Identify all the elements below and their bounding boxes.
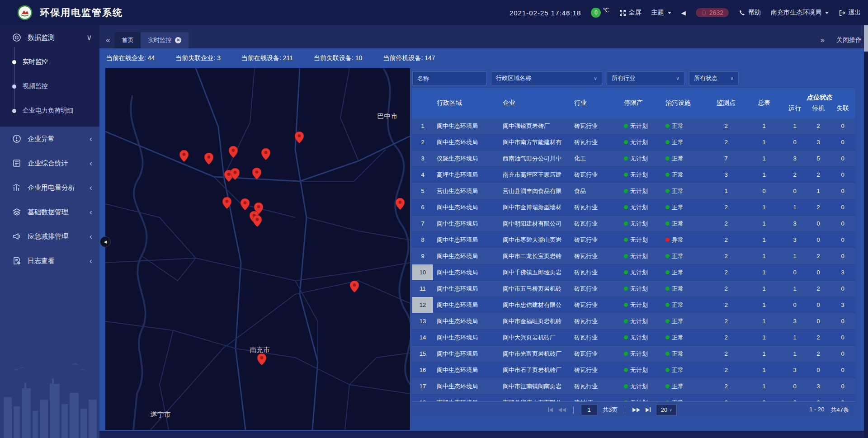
sidebar-item-数据监测[interactable]: 数据监测∨ (0, 25, 99, 50)
industry-select[interactable]: 所有行业∨ (607, 71, 684, 85)
map-pin-icon[interactable] (241, 198, 250, 210)
table-row[interactable]: 10阆中生态环境局阆中千佛镇五郎垭页岩砖瓦行业无计划正常21003 (412, 264, 855, 281)
table-row[interactable]: 8阆中生态环境局阆中市枣碧大梁山页岩砖瓦行业无计划异常21300 (412, 232, 855, 248)
page-last-button[interactable] (646, 407, 651, 412)
monitor-count-cell: 2 (707, 216, 745, 231)
sidebar-item-企业综合统计[interactable]: 企业综合统计‹ (0, 151, 99, 175)
map-pin-icon[interactable] (396, 198, 405, 210)
table-row[interactable]: 13阆中生态环境局阆中市金福旺页岩机砖砖瓦行业无计划正常21300 (412, 313, 855, 330)
map-pin-icon[interactable] (229, 146, 238, 158)
sidebar-subitem-实时监控[interactable]: 实时监控 (0, 50, 99, 74)
sidebar-item-日志查看[interactable]: 日志查看‹ (0, 249, 99, 273)
name-search-input[interactable] (412, 71, 486, 85)
sidebar-item-企业异常[interactable]: 企业异常‹ (0, 127, 99, 151)
status-select[interactable]: 所有状态∨ (689, 71, 739, 85)
scrollbar-thumb[interactable] (864, 25, 868, 52)
col-header-meter: 总表 (745, 88, 783, 118)
facility-status-cell: 正常 (664, 395, 707, 401)
map-pin-icon[interactable] (253, 215, 262, 227)
lost-count-cell: 3 (830, 297, 855, 313)
close-tab-icon[interactable]: ✕ (175, 37, 181, 43)
limit-status-cell: 无计划 (622, 118, 664, 134)
sidebar-item-基础数据管理[interactable]: 基础数据管理‹ (0, 200, 99, 224)
sidebar-subitem-视频监控[interactable]: 视频监控 (0, 74, 99, 99)
fullscreen-button[interactable]: 全屏 (619, 9, 642, 17)
map-pin-icon[interactable] (261, 148, 270, 160)
status-dot (665, 221, 670, 226)
lost-count-cell: 0 (830, 346, 855, 362)
run-count-cell: 3 (783, 151, 807, 166)
map-pin-icon[interactable] (231, 168, 240, 180)
vertical-scrollbar[interactable] (864, 25, 868, 438)
close-operations-button[interactable]: 关闭操作 (836, 36, 862, 44)
region-cell: 阆中生态环境局 (433, 199, 501, 215)
notification-badge[interactable]: 2632 (696, 8, 729, 17)
sidebar-subitem-label: 视频监控 (23, 82, 48, 90)
status-dot (665, 303, 670, 307)
table-row[interactable]: 9阆中生态环境局阆中市二龙长宝页岩砖砖瓦行业无计划正常21120 (412, 248, 855, 264)
table-row[interactable]: 3仪陇生态环境局西南油气田分公司川中化工无计划正常71350 (412, 151, 855, 167)
table-row[interactable]: 17阆中生态环境局阆中市江南镇阆南页岩砖瓦行业无计划正常21030 (412, 378, 855, 395)
org-menu-button[interactable]: 南充市生态环境局 (771, 9, 829, 17)
map-pin-icon[interactable] (252, 168, 261, 179)
lost-count-cell: 0 (830, 362, 855, 378)
tabs-scroll-right-icon[interactable]: » (821, 36, 825, 45)
industry-cell: 砖瓦行业 (572, 281, 622, 297)
limit-status-cell: 无计划 (622, 264, 664, 280)
row-index: 4 (412, 167, 433, 183)
industry-cell: 化工 (572, 151, 622, 166)
page-next-button[interactable] (632, 408, 640, 412)
table-row[interactable]: 15阆中生态环境局阆中市光富页岩机砖厂砖瓦行业无计划正常21120 (412, 346, 855, 362)
table-row[interactable]: 7阆中生态环境局阆中明阳建材有限公司砖瓦行业无计划正常21300 (412, 216, 855, 232)
sidebar-item-应急减排管理[interactable]: 应急减排管理‹ (0, 224, 99, 249)
page-prev-button[interactable] (558, 408, 566, 412)
table-row[interactable]: 1阆中生态环境局阆中强锐页岩砖厂砖瓦行业无计划正常21120 (412, 118, 855, 134)
table-row[interactable]: 18南部生态环境局南部县砌伟水泥有限公建材|工无计划正常60060 (412, 395, 855, 401)
table-row[interactable]: 12阆中生态环境局阆中市忠信建材有限公砖瓦行业无计划正常21003 (412, 297, 855, 313)
page-number-input[interactable]: 1 (581, 404, 597, 415)
logout-button[interactable]: 退出 (839, 9, 861, 17)
page-title: 环保用电监管系统 (40, 6, 123, 19)
meter-count-cell: 1 (745, 199, 783, 215)
page-first-button[interactable] (548, 407, 553, 412)
map-pin-icon[interactable] (204, 153, 213, 165)
map-pin-icon[interactable] (350, 281, 359, 292)
help-button[interactable]: 帮助 (739, 9, 761, 17)
table-row[interactable]: 11阆中生态环境局阆中市五马桥页岩机砖砖瓦行业无计划正常21120 (412, 281, 855, 297)
region-select[interactable]: 行政区域名称∨ (491, 71, 602, 85)
meter-count-cell: 1 (745, 232, 783, 248)
col-header-run: 运行 (783, 104, 807, 113)
table-row[interactable]: 5营山生态环境局营山县润丰肉食品有限食品无计划正常10010 (412, 183, 855, 199)
map-pin-icon[interactable] (222, 197, 231, 209)
table-row[interactable]: 16阆中生态环境局阆中市石子页岩机砖厂砖瓦行业无计划正常21300 (412, 362, 855, 378)
stat-item: 当前失联设备: 10 (314, 54, 362, 62)
gauge-icon (12, 33, 21, 42)
table-row[interactable]: 6阆中生态环境局阆中市金博瑞新型墙材砖瓦行业无计划正常21120 (412, 199, 855, 216)
map-pin-icon[interactable] (179, 150, 189, 162)
tabs-scroll-left-icon[interactable]: « (106, 36, 110, 45)
tab-realtime-monitor[interactable]: 实时监控 ✕ (141, 32, 189, 48)
map-panel[interactable]: 巴中市南充市遂宁市 ◀ (105, 68, 410, 430)
company-cell: 阆中千佛镇五郎垭页岩 (501, 264, 572, 280)
app-header: 环保用电监管系统 2021-02-25 17:46:18 0 ℃ 全屏 主题 ◀… (0, 0, 868, 25)
theme-menu-button[interactable]: 主题 (651, 9, 671, 17)
sidebar-item-企业用电量分析[interactable]: 企业用电量分析‹ (0, 175, 99, 200)
page-size-select[interactable]: 20∨ (656, 404, 677, 415)
table-row[interactable]: 2阆中生态环境局阆中市南方节能建材有砖瓦行业无计划正常21030 (412, 134, 855, 151)
status-dot (624, 140, 628, 144)
tab-home[interactable]: 首页 (114, 32, 141, 48)
mute-speaker-icon[interactable]: ◀ (681, 9, 686, 16)
run-count-cell: 1 (783, 330, 807, 345)
facility-status-cell: 异常 (664, 232, 707, 248)
sidebar-subitem-企业电力负荷明细[interactable]: 企业电力负荷明细 (0, 99, 99, 123)
table-row[interactable]: 4高坪生态环境局南充市高坪区王家店建砖瓦行业无计划正常31220 (412, 167, 855, 183)
region-cell: 高坪生态环境局 (433, 167, 501, 183)
lost-count-cell: 0 (830, 395, 855, 401)
status-dot (624, 156, 628, 160)
region-cell: 阆中生态环境局 (433, 232, 501, 248)
status-dot (624, 287, 628, 291)
map-collapse-button[interactable]: ◀ (100, 236, 111, 247)
table-row[interactable]: 14阆中生态环境局阆中大兴页岩机砖厂砖瓦行业无计划正常21120 (412, 330, 855, 346)
map-pin-icon[interactable] (295, 132, 304, 143)
map-pin-icon[interactable] (257, 353, 266, 365)
